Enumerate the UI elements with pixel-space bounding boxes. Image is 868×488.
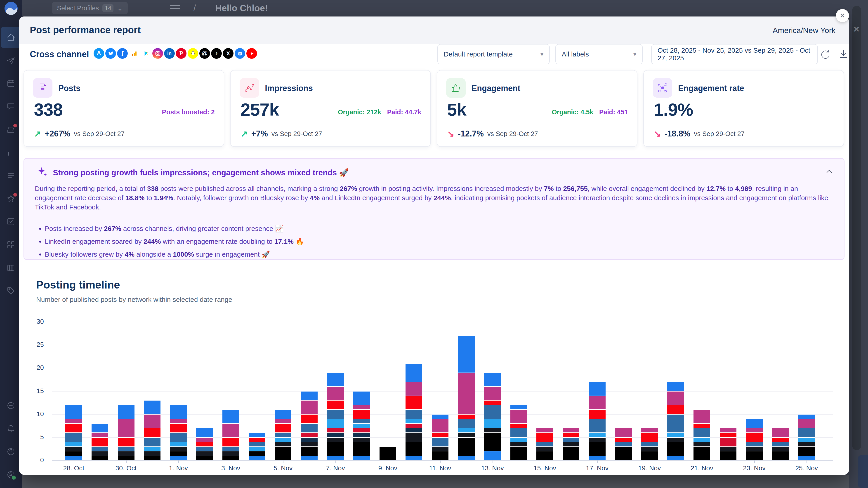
posting-timeline-chart: 28. Oct30. Oct1. Nov3. Nov5. Nov7. Nov9.…	[19, 315, 849, 475]
sidebar-item-library[interactable]	[6, 239, 16, 250]
sidebar-item-help[interactable]	[6, 447, 16, 457]
segment-facebook	[746, 419, 763, 428]
segment-facebook	[301, 391, 318, 400]
segment-google-business	[249, 456, 266, 460]
backdrop-close-icon[interactable]: ×	[854, 24, 860, 35]
page-scrollbar[interactable]	[852, 6, 861, 450]
pinterest-icon[interactable]: P	[176, 48, 186, 59]
segment-linkedin	[92, 447, 108, 451]
segment-x	[641, 447, 658, 451]
date-range-picker[interactable]: Oct 28, 2025 - Nov 25, 2025 vs Sep 29, 2…	[651, 44, 818, 64]
google-play-icon[interactable]	[141, 48, 151, 59]
impressions-icon	[240, 78, 259, 98]
posting-timeline-title: Posting timeline	[36, 279, 120, 291]
segment-bluesky	[667, 432, 684, 437]
paid-value: Paid: 451	[599, 108, 628, 116]
posts-card: Posts 338 Posts boosted: 2 ↗ +267% vs Se…	[24, 70, 224, 147]
segment-x	[746, 447, 763, 451]
linkedin-icon[interactable]: in	[164, 48, 175, 59]
y-axis-label: 0	[26, 456, 44, 464]
segment-linkedin	[484, 405, 501, 419]
segment-x	[432, 447, 448, 451]
sidebar-item-integrations[interactable]	[6, 263, 16, 273]
sidebar-item-create[interactable]	[6, 55, 16, 66]
sidebar-item-listening[interactable]	[6, 170, 16, 181]
sidebar-item-publish[interactable]	[6, 78, 16, 89]
sidebar-item-notifications[interactable]	[6, 423, 16, 434]
instagram-icon[interactable]	[152, 48, 163, 59]
labels-select[interactable]: All labels ▾	[555, 44, 643, 64]
facebook-icon[interactable]: f	[117, 48, 128, 59]
segment-facebook	[432, 414, 448, 419]
download-icon[interactable]	[838, 48, 849, 60]
sidebar-item-tags[interactable]	[6, 286, 16, 296]
posts-icon	[33, 78, 53, 98]
x-axis-label: 30. Oct	[108, 464, 144, 472]
segment-tiktok	[144, 456, 160, 460]
segment-youtube	[589, 410, 606, 419]
collapse-chevron-icon[interactable]	[825, 168, 833, 176]
x-axis-label: 5. Nov	[265, 464, 301, 472]
google-analytics-icon[interactable]	[129, 48, 140, 59]
segment-x	[353, 437, 370, 442]
segment-pinterest	[327, 428, 344, 432]
segment-youtube	[563, 432, 579, 437]
sidebar-item-home[interactable]	[6, 32, 16, 42]
segment-linkedin	[65, 432, 82, 442]
google-business-icon[interactable]	[235, 48, 245, 59]
ai-summary-box: Strong posting growth fuels impressions;…	[24, 158, 844, 260]
sidebar-item-account[interactable]	[6, 469, 16, 480]
youtube-icon[interactable]	[246, 48, 257, 59]
paid-value: Paid: 44.7k	[387, 108, 421, 116]
report-template-value: Default report template	[444, 51, 513, 58]
threads-icon[interactable]: @	[199, 48, 210, 59]
segment-linkedin	[144, 437, 160, 447]
tiktok-icon[interactable]: ♪	[211, 48, 222, 59]
segment-linkedin	[458, 419, 475, 428]
sidebar-item-analytics[interactable]	[6, 147, 16, 158]
sparkle-icon	[37, 167, 47, 178]
y-axis-label: 25	[26, 341, 44, 348]
segment-youtube	[720, 432, 737, 437]
segment-tiktok	[353, 442, 370, 455]
segment-x	[484, 428, 501, 432]
sidebar-item-engage[interactable]	[6, 101, 16, 111]
notification-dot	[13, 193, 17, 197]
segment-bluesky	[798, 437, 815, 442]
segment-tiktok	[484, 432, 501, 451]
segment-instagram	[615, 428, 632, 437]
sidebar-item-favorites[interactable]	[6, 193, 16, 204]
segment-instagram	[144, 414, 160, 428]
channel-selector[interactable]: Cross channel ⌄	[30, 50, 100, 59]
y-axis-label: 10	[26, 410, 44, 418]
segment-tiktok	[641, 451, 658, 460]
segment-tiktok	[458, 437, 475, 456]
sidebar-item-add[interactable]	[6, 400, 16, 411]
refresh-icon[interactable]	[819, 48, 831, 60]
segment-linkedin	[327, 410, 344, 419]
sidebar-item-inbox[interactable]	[6, 124, 16, 135]
select-profiles-button[interactable]: Select Profiles 14 ⌄	[52, 2, 128, 14]
segment-tiktok	[720, 451, 737, 460]
segment-bluesky	[693, 437, 710, 442]
sidebar-item-approvals[interactable]	[6, 217, 16, 227]
close-button[interactable]: ×	[836, 9, 849, 22]
bluesky-icon[interactable]	[105, 48, 116, 59]
app-store-icon[interactable]: A	[94, 48, 104, 59]
segment-youtube	[615, 437, 632, 442]
app-logo[interactable]	[4, 2, 18, 15]
labels-select-value: All labels	[562, 51, 589, 58]
notification-dot	[13, 124, 17, 127]
report-template-select[interactable]: Default report template ▾	[437, 44, 550, 64]
segment-bluesky	[510, 437, 527, 442]
segment-facebook	[458, 335, 475, 372]
x-axis-label: 19. Nov	[631, 464, 668, 472]
segment-x	[667, 437, 684, 442]
snapchat-icon[interactable]	[188, 48, 198, 59]
segment-instagram	[484, 386, 501, 400]
menu-icon[interactable]	[170, 5, 180, 11]
segment-tiktok	[65, 451, 82, 455]
segment-google-business	[301, 456, 318, 460]
x-axis-label: 9. Nov	[370, 464, 406, 472]
x-icon[interactable]: X	[223, 48, 234, 59]
